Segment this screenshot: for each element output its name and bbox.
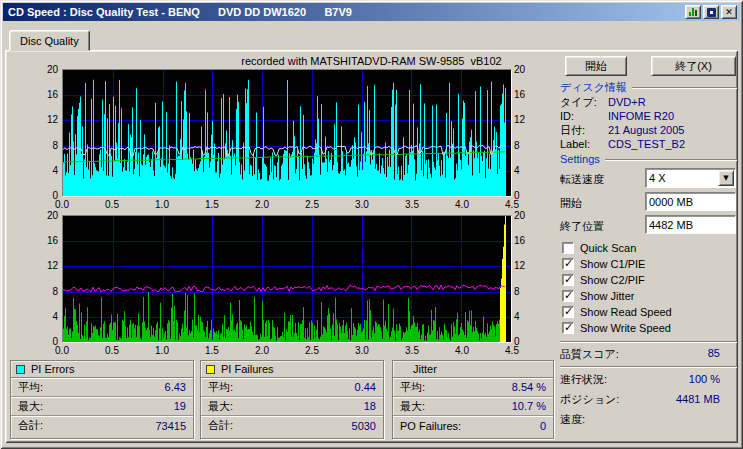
checkbox-show-write-speed[interactable]: ✓Show Write Speed (562, 320, 736, 336)
x-axis-tick: 2.0 (255, 199, 269, 210)
checkbox-label: Show C2/PIF (580, 274, 645, 286)
speed-select[interactable]: 4 X ▼ (645, 168, 736, 188)
checkbox-label: Show Read Speed (580, 306, 672, 318)
checkbox-label: Show Jitter (580, 290, 634, 302)
stat-value: 10.7 % (512, 400, 546, 412)
y-axis-tick: 16 (514, 235, 536, 246)
x-axis-tick: 3.0 (355, 345, 369, 356)
exit-button[interactable]: 終了(X) (651, 56, 736, 76)
legend-swatch (16, 365, 25, 374)
status-label: ポジション: (560, 392, 619, 412)
divider (560, 341, 737, 342)
checkbox-show-c2-pif[interactable]: ✓Show C2/PIF (562, 272, 736, 288)
checkbox-box[interactable]: ✓ (562, 290, 574, 302)
disc-info-label: ID: (560, 109, 608, 123)
titlebar-buttons: ✕ (685, 5, 737, 19)
stat-label: 平均: (18, 380, 43, 395)
pi-errors-y-axis-right: 201612840 (514, 70, 536, 196)
checkbox-box[interactable]: ✓ (562, 306, 574, 318)
stat-row: 最大:10.7 % (393, 397, 553, 416)
x-axis-tick: 2.5 (305, 345, 319, 356)
options-checkbox-list: Quick Scan✓Show C1/PIE✓Show C2/PIF✓Show … (562, 240, 736, 336)
status-rows: 進行状況:100 %ポジション:4481 MB速度: (560, 372, 720, 432)
disc-info-rows: タイプ:DVD+RID:INFOME R20日付:21 August 2005L… (560, 95, 737, 151)
stat-label: 合計: (208, 418, 233, 433)
y-axis-tick: 8 (514, 286, 536, 297)
x-axis-tick: 4.5 (505, 199, 519, 210)
checkbox-quick-scan[interactable]: Quick Scan (562, 240, 736, 256)
stat-row: 平均:8.54 % (393, 378, 553, 397)
stat-box-jitter: Jitter平均:8.54 %最大:10.7 %PO Failures:0 (392, 360, 554, 439)
stat-label: 最大: (208, 399, 233, 414)
check-icon: ✓ (564, 321, 573, 334)
stat-value: 0.44 (355, 381, 376, 393)
pi-failures-x-axis: 0.00.51.01.52.02.53.03.54.04.5 (62, 345, 512, 356)
end-position-label: 終了位置 (560, 219, 604, 234)
pi-errors-y-axis-left: 201612840 (36, 70, 58, 196)
pi-errors-chart (62, 69, 512, 197)
check-icon: ✓ (564, 273, 573, 286)
graph-icon (689, 8, 698, 16)
stat-label: 平均: (208, 380, 233, 395)
disc-info-row: タイプ:DVD+R (560, 95, 737, 109)
checkbox-box[interactable]: ✓ (562, 274, 574, 286)
stat-box-title: PI Failures (221, 363, 274, 375)
stat-row: PO Failures:0 (393, 416, 553, 435)
x-axis-tick: 3.0 (355, 199, 369, 210)
y-axis-tick: 12 (514, 114, 536, 125)
chevron-down-icon: ▼ (723, 175, 728, 182)
speed-dropdown-button[interactable]: ▼ (718, 170, 734, 186)
pi-errors-x-axis: 0.00.51.01.52.02.53.03.54.04.5 (62, 199, 512, 210)
x-axis-tick: 3.5 (405, 345, 419, 356)
checkbox-show-read-speed[interactable]: ✓Show Read Speed (562, 304, 736, 320)
checkbox-label: Show Write Speed (580, 322, 671, 334)
x-axis-tick: 1.5 (205, 199, 219, 210)
stat-value: 0 (540, 420, 546, 432)
start-position-field[interactable] (645, 192, 736, 211)
stat-box-pi-failures: PI Failures平均:0.44最大:18合計:5030 (200, 360, 384, 439)
checkbox-label: Quick Scan (580, 242, 636, 254)
checkbox-show-c1-pie[interactable]: ✓Show C1/PIE (562, 256, 736, 272)
stat-row: 合計:5030 (201, 416, 383, 435)
stat-value: 6.43 (165, 381, 186, 393)
x-axis-tick: 3.5 (405, 199, 419, 210)
y-axis-tick: 4 (514, 311, 536, 322)
start-button[interactable]: 開始 (565, 56, 627, 76)
y-axis-tick: 12 (514, 260, 536, 271)
y-axis-tick: 16 (514, 89, 536, 100)
disc-icon (707, 8, 716, 17)
x-axis-tick: 4.0 (455, 199, 469, 210)
checkbox-box[interactable]: ✓ (562, 258, 574, 270)
graph-button[interactable] (685, 5, 701, 19)
y-axis-tick: 20 (514, 210, 536, 221)
checkbox-show-jitter[interactable]: ✓Show Jitter (562, 288, 736, 304)
divider (605, 159, 737, 160)
y-axis-tick: 4 (36, 165, 58, 176)
tab-disc-quality[interactable]: Disc Quality (9, 30, 90, 51)
disc-info-title: ディスク情報 (560, 80, 627, 95)
legend-swatch (206, 365, 215, 374)
check-icon: ✓ (564, 257, 573, 270)
x-axis-tick: 2.5 (305, 199, 319, 210)
pi-failures-chart (62, 215, 512, 343)
x-axis-tick: 0.5 (105, 199, 119, 210)
stat-value: 8.54 % (512, 381, 546, 393)
close-button[interactable]: ✕ (721, 5, 737, 19)
checkbox-box[interactable] (562, 242, 574, 254)
window-title: CD Speed : Disc Quality Test - BENQ DVD … (8, 3, 352, 21)
x-axis-tick: 1.5 (205, 345, 219, 356)
stat-value: 73415 (155, 420, 186, 432)
x-axis-tick: 0.0 (55, 345, 69, 356)
quality-score-row: 品質スコア: 85 (560, 347, 720, 362)
check-icon: ✓ (564, 305, 573, 318)
end-position-field[interactable] (645, 215, 736, 234)
x-axis-tick: 0.5 (105, 345, 119, 356)
disc-info-label: タイプ: (560, 95, 608, 109)
checkbox-box[interactable]: ✓ (562, 322, 574, 334)
disc-button[interactable] (703, 5, 719, 19)
check-icon: ✓ (564, 289, 573, 302)
title-bar[interactable]: CD Speed : Disc Quality Test - BENQ DVD … (3, 3, 740, 21)
status-row: 進行状況:100 % (560, 372, 720, 392)
disc-info-value: INFOME R20 (608, 109, 674, 123)
disc-info-row: 日付:21 August 2005 (560, 123, 737, 137)
